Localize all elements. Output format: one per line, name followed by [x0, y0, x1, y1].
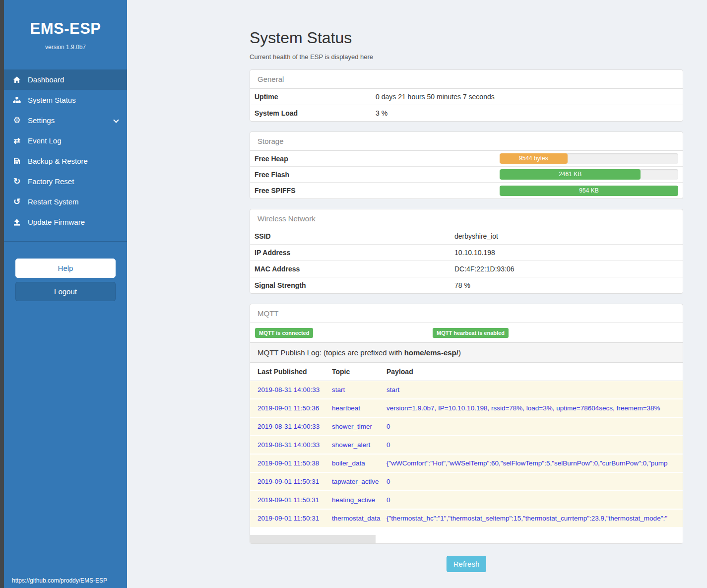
mqtt-publish-log-title: MQTT Publish Log: (topics are prefixed w… [250, 342, 683, 363]
log-last-published: 2019-09-01 11:50:31 [257, 496, 332, 504]
storage-row-free-heap: Free Heap9544 bytes [250, 151, 683, 167]
log-payload: {"wWComfort":"Hot","wWSelTemp":60,"selFl… [386, 459, 683, 467]
mqtt-log-row: 2019-09-01 11:50:31thermostat_data{"ther… [250, 510, 683, 528]
row-label: Free Flash [255, 171, 289, 179]
rotate-icon: ↻ [12, 178, 22, 186]
sidebar-item-label: Dashboard [28, 75, 64, 84]
sidebar-item-system-status[interactable]: System Status [4, 90, 127, 110]
sidebar-item-dashboard[interactable]: Dashboard [4, 69, 127, 90]
status-row-uptime: Uptime0 days 21 hours 50 minutes 7 secon… [250, 89, 683, 105]
upload-icon [12, 218, 22, 226]
sync-icon: ↺ [12, 198, 22, 206]
log-payload: 0 [386, 441, 683, 449]
main-content: System Status Current health of the ESP … [127, 0, 707, 588]
log-topic: start [332, 386, 386, 393]
storage-panel-heading: Storage [250, 132, 683, 151]
storage-row-free-spiffs: Free SPIFFS954 KB [250, 183, 683, 198]
log-last-published: 2019-09-01 11:50:31 [257, 478, 332, 485]
sidebar-item-settings[interactable]: ⚙Settings [4, 110, 127, 131]
mqtt-table-body: 2019-08-31 14:00:33startstart2019-09-01 … [250, 381, 683, 528]
sidebar-item-label: Backup & Restore [28, 157, 88, 165]
progress-bar-track: 2461 KB [500, 169, 678, 180]
mqtt-log-row: 2019-09-01 11:50:31tapwater_active0 [250, 473, 683, 491]
gear-icon: ⚙ [12, 117, 22, 125]
sitemap-icon [12, 96, 22, 104]
log-topic: thermostat_data [332, 515, 386, 522]
status-row-ip-address: IP Address10.10.10.198 [250, 245, 683, 261]
github-link[interactable]: https://github.com/proddy/EMS-ESP [12, 577, 107, 584]
publish-log-prefix: MQTT Publish Log: (topics are prefixed w… [257, 348, 404, 357]
brand: EMS-ESP version 1.9.0b7 [4, 0, 127, 51]
sidebar-item-label: Event Log [28, 136, 62, 145]
storage-rows: Free Heap9544 bytesFree Flash2461 KBFree… [250, 151, 683, 198]
status-row-ssid: SSIDderbyshire_iot [250, 228, 683, 245]
sidebar-buttons: Help Logout [4, 242, 127, 301]
mqtt-log-row: 2019-08-31 14:00:33startstart [250, 381, 683, 399]
row-label: IP Address [255, 249, 454, 257]
mqtt-log-row: 2019-09-01 11:50:31heating_active0 [250, 491, 683, 510]
row-label: System Load [255, 109, 376, 117]
sidebar-item-event-log[interactable]: ⇄Event Log [4, 131, 127, 151]
storage-row-free-flash: Free Flash2461 KB [250, 167, 683, 183]
mqtt-table-header: Last Published Topic Payload [250, 363, 683, 381]
save-icon [12, 157, 22, 165]
row-label: Signal Strength [255, 281, 454, 289]
app-version: version 1.9.0b7 [4, 44, 127, 51]
log-last-published: 2019-09-01 11:50:36 [257, 404, 332, 412]
log-topic: tapwater_active [332, 478, 386, 485]
column-header-payload: Payload [386, 368, 683, 376]
app-title: EMS-ESP [4, 20, 127, 38]
wireless-rows: SSIDderbyshire_iotIP Address10.10.10.198… [250, 228, 683, 293]
sidebar-item-factory-reset[interactable]: ↻Factory Reset [4, 171, 127, 192]
sidebar-item-label: Factory Reset [28, 177, 74, 186]
sidebar-item-restart-system[interactable]: ↺Restart System [4, 192, 127, 212]
mqtt-heartbeat-badge: MQTT hearbeat is enabled [433, 328, 509, 338]
row-value: 0 days 21 hours 50 minutes 7 seconds [376, 93, 495, 101]
sidebar: EMS-ESP version 1.9.0b7 DashboardSystem … [0, 0, 127, 588]
progress-bar-track: 954 KB [500, 186, 678, 196]
exchange-icon: ⇄ [12, 137, 22, 145]
log-payload: 0 [386, 423, 683, 430]
log-topic: heating_active [332, 496, 386, 504]
column-header-topic: Topic [332, 368, 386, 376]
general-panel-heading: General [250, 70, 683, 89]
row-label: MAC Address [255, 265, 454, 273]
refresh-button[interactable]: Refresh [447, 556, 487, 572]
horizontal-scrollbar[interactable] [250, 535, 683, 543]
column-header-last-published: Last Published [257, 368, 332, 376]
sidebar-item-backup-restore[interactable]: Backup & Restore [4, 151, 127, 171]
progress-bar-fill: 9544 bytes [500, 153, 568, 164]
progress-bar-track: 9544 bytes [500, 153, 678, 164]
mqtt-panel: MQTT MQTT is connected MQTT hearbeat is … [250, 304, 683, 544]
progress-bar-fill: 954 KB [500, 186, 678, 196]
mqtt-log-row: 2019-09-01 11:50:38boiler_data{"wWComfor… [250, 455, 683, 473]
sidebar-item-label: System Status [28, 96, 76, 104]
mqtt-badges-row: MQTT is connected MQTT hearbeat is enabl… [250, 323, 683, 342]
log-last-published: 2019-09-01 11:50:31 [257, 515, 332, 522]
help-button[interactable]: Help [15, 259, 116, 278]
sidebar-item-label: Settings [28, 116, 55, 125]
status-row-system-load: System Load3 % [250, 105, 683, 121]
log-topic: boiler_data [332, 459, 386, 467]
mqtt-log-table: Last Published Topic Payload 2019-08-31 … [250, 363, 683, 528]
row-label: Uptime [255, 93, 376, 101]
sidebar-item-label: Restart System [28, 197, 79, 206]
log-last-published: 2019-08-31 14:00:33 [257, 386, 332, 393]
general-rows: Uptime0 days 21 hours 50 minutes 7 secon… [250, 89, 683, 121]
log-topic: shower_alert [332, 441, 386, 449]
wireless-panel-heading: Wireless Network [250, 209, 683, 228]
status-row-mac-address: MAC AddressDC:4F:22:1D:93:06 [250, 261, 683, 277]
mqtt-connected-badge: MQTT is connected [255, 328, 313, 338]
mqtt-log-row: 2019-09-01 11:50:36heartbeatversion=1.9.… [250, 399, 683, 418]
scrollbar-thumb[interactable] [250, 535, 376, 543]
logout-button[interactable]: Logout [15, 282, 116, 301]
row-value: DC:4F:22:1D:93:06 [454, 265, 514, 273]
sidebar-nav: DashboardSystem Status⚙Settings⇄Event Lo… [4, 69, 127, 232]
sidebar-item-update-firmware[interactable]: Update Firmware [4, 212, 127, 232]
mqtt-log-row: 2019-08-31 14:00:33shower_timer0 [250, 418, 683, 436]
log-payload: {"thermostat_hc":"1","thermostat_seltemp… [386, 515, 683, 522]
log-topic: heartbeat [332, 404, 386, 412]
log-last-published: 2019-08-31 14:00:33 [257, 441, 332, 449]
log-payload: version=1.9.0b7, IP=10.10.10.198, rssid=… [386, 404, 683, 412]
log-last-published: 2019-08-31 14:00:33 [257, 423, 332, 430]
